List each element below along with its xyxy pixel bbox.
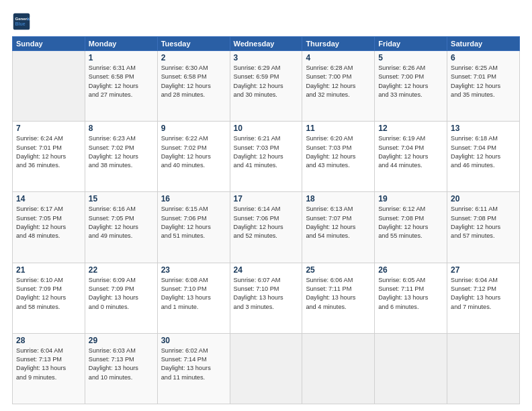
day-info: Sunrise: 6:05 AM Sunset: 7:11 PM Dayligh… — [378, 276, 443, 312]
day-info: Sunrise: 6:25 AM Sunset: 7:01 PM Dayligh… — [451, 64, 516, 99]
day-number: 22 — [89, 265, 154, 275]
calendar-week-4: 21Sunrise: 6:10 AM Sunset: 7:09 PM Dayli… — [13, 263, 520, 333]
day-info: Sunrise: 6:22 AM Sunset: 7:02 PM Dayligh… — [161, 134, 226, 170]
weekday-header-friday: Friday — [375, 37, 447, 51]
header: General Blue — [12, 12, 520, 31]
calendar-cell: 30Sunrise: 6:02 AM Sunset: 7:14 PM Dayli… — [157, 333, 230, 404]
day-number: 5 — [378, 53, 443, 62]
weekday-header-tuesday: Tuesday — [157, 37, 230, 51]
day-info: Sunrise: 6:06 AM Sunset: 7:11 PM Dayligh… — [306, 276, 371, 312]
day-info: Sunrise: 6:18 AM Sunset: 7:04 PM Dayligh… — [451, 134, 516, 170]
calendar-week-5: 28Sunrise: 6:04 AM Sunset: 7:13 PM Dayli… — [13, 333, 520, 404]
day-number: 24 — [234, 265, 299, 275]
calendar-cell: 19Sunrise: 6:12 AM Sunset: 7:08 PM Dayli… — [375, 192, 447, 263]
day-info: Sunrise: 6:03 AM Sunset: 7:13 PM Dayligh… — [89, 347, 154, 382]
calendar-cell: 24Sunrise: 6:07 AM Sunset: 7:10 PM Dayli… — [230, 263, 302, 333]
day-info: Sunrise: 6:15 AM Sunset: 7:06 PM Dayligh… — [161, 205, 226, 240]
calendar-cell: 17Sunrise: 6:14 AM Sunset: 7:06 PM Dayli… — [230, 192, 302, 263]
calendar-cell: 25Sunrise: 6:06 AM Sunset: 7:11 PM Dayli… — [302, 263, 375, 333]
weekday-header-thursday: Thursday — [302, 37, 375, 51]
weekday-header-sunday: Sunday — [13, 37, 85, 51]
day-number: 19 — [378, 194, 443, 203]
day-number: 10 — [234, 124, 299, 133]
day-info: Sunrise: 6:29 AM Sunset: 6:59 PM Dayligh… — [234, 64, 299, 99]
day-number: 25 — [306, 265, 371, 275]
day-number: 6 — [451, 53, 516, 62]
calendar-cell: 3Sunrise: 6:29 AM Sunset: 6:59 PM Daylig… — [230, 51, 302, 122]
weekday-header-saturday: Saturday — [447, 37, 520, 51]
day-number: 28 — [16, 336, 81, 345]
calendar-cell: 2Sunrise: 6:30 AM Sunset: 6:58 PM Daylig… — [157, 51, 230, 122]
calendar-cell: 13Sunrise: 6:18 AM Sunset: 7:04 PM Dayli… — [447, 122, 520, 192]
day-number: 29 — [89, 336, 154, 345]
calendar-cell: 23Sunrise: 6:08 AM Sunset: 7:10 PM Dayli… — [157, 263, 230, 333]
day-info: Sunrise: 6:26 AM Sunset: 7:00 PM Dayligh… — [378, 64, 443, 99]
calendar-cell — [13, 51, 85, 122]
calendar-cell: 28Sunrise: 6:04 AM Sunset: 7:13 PM Dayli… — [13, 333, 85, 404]
weekday-header-monday: Monday — [85, 37, 157, 51]
calendar-cell: 9Sunrise: 6:22 AM Sunset: 7:02 PM Daylig… — [157, 122, 230, 192]
day-number: 12 — [378, 124, 443, 133]
calendar-cell: 27Sunrise: 6:04 AM Sunset: 7:12 PM Dayli… — [447, 263, 520, 333]
day-number: 11 — [306, 124, 371, 133]
day-info: Sunrise: 6:09 AM Sunset: 7:09 PM Dayligh… — [89, 276, 154, 312]
calendar-cell: 22Sunrise: 6:09 AM Sunset: 7:09 PM Dayli… — [85, 263, 157, 333]
calendar-cell: 5Sunrise: 6:26 AM Sunset: 7:00 PM Daylig… — [375, 51, 447, 122]
calendar-cell: 1Sunrise: 6:31 AM Sunset: 6:58 PM Daylig… — [85, 51, 157, 122]
calendar-cell: 21Sunrise: 6:10 AM Sunset: 7:09 PM Dayli… — [13, 263, 85, 333]
day-info: Sunrise: 6:08 AM Sunset: 7:10 PM Dayligh… — [161, 276, 226, 312]
day-info: Sunrise: 6:17 AM Sunset: 7:05 PM Dayligh… — [16, 205, 81, 240]
day-number: 30 — [161, 336, 226, 345]
day-info: Sunrise: 6:24 AM Sunset: 7:01 PM Dayligh… — [16, 134, 81, 170]
day-info: Sunrise: 6:23 AM Sunset: 7:02 PM Dayligh… — [89, 134, 154, 170]
weekday-header-row: SundayMondayTuesdayWednesdayThursdayFrid… — [13, 37, 520, 51]
calendar-cell — [375, 333, 447, 404]
logo-icon: General Blue — [12, 12, 31, 31]
calendar-cell: 20Sunrise: 6:11 AM Sunset: 7:08 PM Dayli… — [447, 192, 520, 263]
day-info: Sunrise: 6:13 AM Sunset: 7:07 PM Dayligh… — [306, 205, 371, 240]
page: General Blue SundayMondayTuesdayWednesda… — [0, 0, 532, 411]
day-number: 3 — [234, 53, 299, 62]
calendar-cell: 29Sunrise: 6:03 AM Sunset: 7:13 PM Dayli… — [85, 333, 157, 404]
day-number: 23 — [161, 265, 226, 275]
day-number: 20 — [451, 194, 516, 203]
calendar-cell: 16Sunrise: 6:15 AM Sunset: 7:06 PM Dayli… — [157, 192, 230, 263]
day-info: Sunrise: 6:11 AM Sunset: 7:08 PM Dayligh… — [451, 205, 516, 240]
calendar-cell: 7Sunrise: 6:24 AM Sunset: 7:01 PM Daylig… — [13, 122, 85, 192]
calendar-cell: 10Sunrise: 6:21 AM Sunset: 7:03 PM Dayli… — [230, 122, 302, 192]
calendar-cell: 15Sunrise: 6:16 AM Sunset: 7:05 PM Dayli… — [85, 192, 157, 263]
day-number: 17 — [234, 194, 299, 203]
day-info: Sunrise: 6:02 AM Sunset: 7:14 PM Dayligh… — [161, 347, 226, 382]
calendar-week-3: 14Sunrise: 6:17 AM Sunset: 7:05 PM Dayli… — [13, 192, 520, 263]
calendar-cell: 18Sunrise: 6:13 AM Sunset: 7:07 PM Dayli… — [302, 192, 375, 263]
day-number: 2 — [161, 53, 226, 62]
day-info: Sunrise: 6:04 AM Sunset: 7:13 PM Dayligh… — [16, 347, 81, 382]
day-number: 15 — [89, 194, 154, 203]
day-number: 18 — [306, 194, 371, 203]
day-number: 7 — [16, 124, 81, 133]
day-number: 26 — [378, 265, 443, 275]
day-info: Sunrise: 6:19 AM Sunset: 7:04 PM Dayligh… — [378, 134, 443, 170]
day-info: Sunrise: 6:04 AM Sunset: 7:12 PM Dayligh… — [451, 276, 516, 312]
day-info: Sunrise: 6:12 AM Sunset: 7:08 PM Dayligh… — [378, 205, 443, 240]
calendar-cell — [302, 333, 375, 404]
calendar-cell: 8Sunrise: 6:23 AM Sunset: 7:02 PM Daylig… — [85, 122, 157, 192]
day-number: 21 — [16, 265, 81, 275]
day-info: Sunrise: 6:20 AM Sunset: 7:03 PM Dayligh… — [306, 134, 371, 170]
day-info: Sunrise: 6:31 AM Sunset: 6:58 PM Dayligh… — [89, 64, 154, 99]
day-info: Sunrise: 6:16 AM Sunset: 7:05 PM Dayligh… — [89, 205, 154, 240]
day-number: 13 — [451, 124, 516, 133]
day-number: 1 — [89, 53, 154, 62]
day-info: Sunrise: 6:07 AM Sunset: 7:10 PM Dayligh… — [234, 276, 299, 312]
day-info: Sunrise: 6:21 AM Sunset: 7:03 PM Dayligh… — [234, 134, 299, 170]
calendar-cell: 11Sunrise: 6:20 AM Sunset: 7:03 PM Dayli… — [302, 122, 375, 192]
day-number: 4 — [306, 53, 371, 62]
logo: General Blue — [12, 12, 34, 31]
day-number: 27 — [451, 265, 516, 275]
calendar-cell — [447, 333, 520, 404]
calendar-table: SundayMondayTuesdayWednesdayThursdayFrid… — [12, 36, 520, 404]
calendar-cell: 26Sunrise: 6:05 AM Sunset: 7:11 PM Dayli… — [375, 263, 447, 333]
calendar-cell: 4Sunrise: 6:28 AM Sunset: 7:00 PM Daylig… — [302, 51, 375, 122]
day-number: 9 — [161, 124, 226, 133]
calendar-week-1: 1Sunrise: 6:31 AM Sunset: 6:58 PM Daylig… — [13, 51, 520, 122]
